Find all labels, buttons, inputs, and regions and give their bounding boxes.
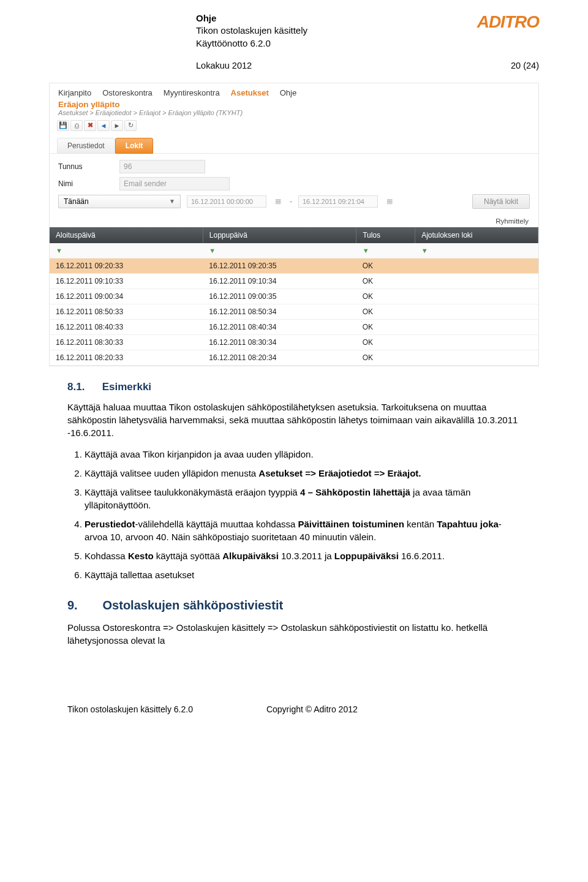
menu-asetukset[interactable]: Asetukset (231, 88, 269, 97)
date-dash: - (290, 197, 292, 206)
table-cell: 16.12.2011 09:00:35 (203, 288, 356, 304)
col-ajotuloksen-loki[interactable]: Ajotuloksen loki (415, 227, 538, 243)
menu-myyntireskontra[interactable]: Myyntireskontra (164, 88, 220, 97)
table-cell (415, 273, 538, 288)
table-row[interactable]: 16.12.2011 09:10:3316.12.2011 09:10:34OK (50, 273, 538, 288)
doc-date: Lokakuu 2012 (196, 61, 252, 70)
date-range-controls: Tänään ▼ 16.12.2011 00:00:00 ▦ - 16.12.2… (58, 194, 530, 209)
table-cell: 16.12.2011 08:50:33 (50, 304, 203, 319)
doc-type: Ohje (196, 12, 307, 24)
nimi-label: Nimi (58, 179, 113, 188)
col-aloituspaiva[interactable]: Aloituspäivä (50, 227, 203, 243)
menu-kirjanpito[interactable]: Kirjanpito (58, 88, 91, 97)
table-cell: 16.12.2011 09:10:34 (203, 273, 356, 288)
filter-icon[interactable]: ▼ (56, 247, 62, 254)
filter-icon[interactable]: ▼ (209, 247, 216, 254)
table-row[interactable]: 16.12.2011 09:00:3416.12.2011 09:00:35OK (50, 288, 538, 304)
table-row[interactable]: 16.12.2011 08:40:3316.12.2011 08:40:34OK (50, 319, 538, 334)
document-body: 8.1. Esimerkki Käyttäjä haluaa muuttaa T… (0, 381, 588, 680)
table-cell: OK (356, 304, 415, 319)
page-header: Ohje Tikon ostolaskujen käsittely Käyttö… (0, 0, 588, 50)
tab-perustiedot[interactable]: Perustiedot (57, 138, 115, 154)
table-cell (415, 288, 538, 304)
range-select-value: Tänään (64, 197, 89, 206)
header-left: Ohje Tikon ostolaskujen käsittely Käyttö… (196, 12, 307, 50)
toolbar-delete-icon[interactable]: ✖ (84, 120, 96, 131)
app-menu: Kirjanpito Ostoreskontra Myyntireskontra… (50, 83, 538, 100)
calendar-icon[interactable]: ▦ (273, 195, 284, 208)
step-item: Perustiedot-välilehdellä käyttäjä muutta… (85, 518, 521, 543)
grouping-label: Ryhmittely (50, 216, 538, 227)
table-filter-row: ▼ ▼ ▼ ▼ (50, 243, 538, 258)
date-to-field[interactable]: 16.12.2011 09:21:04 (298, 195, 378, 208)
doc-subtitle1: Tikon ostolaskujen käsittely (196, 24, 307, 37)
menu-ohje[interactable]: Ohje (280, 88, 296, 97)
filter-icon[interactable]: ▼ (363, 247, 369, 254)
table-cell: OK (356, 258, 415, 273)
nimi-field: Email sender (119, 177, 230, 190)
section-9-body: Polussa Ostoreskontra => Ostolaskujen kä… (67, 621, 521, 647)
table-cell (415, 334, 538, 350)
toolbar-forward-icon[interactable]: ► (111, 120, 123, 131)
step-item: Kohdassa Kesto käyttäjä syöttää Alkupäiv… (85, 549, 521, 562)
menu-ostoreskontra[interactable]: Ostoreskontra (102, 88, 153, 97)
col-loppupaiva[interactable]: Loppupäivä (203, 227, 356, 243)
table-cell (415, 304, 538, 319)
section-8-1-intro: Käyttäjä haluaa muuttaa Tikon ostolaskuj… (67, 401, 521, 439)
table-cell: 16.12.2011 08:40:33 (50, 319, 203, 334)
form-area: Tunnus 96 Nimi Email sender Tänään ▼ 16.… (50, 154, 538, 216)
step-item: Käyttäjä valitsee taulukkonäkymästä eräa… (85, 486, 521, 511)
footer-right: Copyright © Aditro 2012 (266, 704, 358, 714)
log-table: Aloituspäivä Loppupäivä Tulos Ajotulokse… (50, 227, 538, 366)
section-title: Esimerkki (102, 381, 151, 393)
date-row: Lokakuu 2012 20 (24) (0, 50, 588, 74)
tab-lokit[interactable]: Lokit (115, 138, 154, 154)
footer-left: Tikon ostolaskujen käsittely 6.2.0 (67, 704, 193, 714)
tunnus-label: Tunnus (58, 162, 113, 171)
calendar-icon[interactable]: ▦ (384, 195, 395, 208)
toolbar: 💾 ⎙ ✖ ◄ ► ↻ (50, 120, 538, 135)
show-logs-button[interactable]: Näytä lokit (472, 194, 530, 209)
app-screenshot: Kirjanpito Ostoreskontra Myyntireskontra… (49, 83, 539, 366)
step-item: Käyttäjä tallettaa asetukset (85, 568, 521, 581)
toolbar-refresh-icon[interactable]: ↻ (124, 120, 137, 131)
table-cell: 16.12.2011 08:40:34 (203, 319, 356, 334)
table-cell: 16.12.2011 09:20:35 (203, 258, 356, 273)
table-cell: 16.12.2011 09:00:34 (50, 288, 203, 304)
table-row[interactable]: 16.12.2011 09:20:3316.12.2011 09:20:35OK (50, 258, 538, 273)
breadcrumb: Asetukset > Eräajotiedot > Eräajot > Erä… (50, 109, 538, 120)
filter-icon[interactable]: ▼ (421, 247, 428, 254)
aditro-logo: ADITRO (477, 12, 539, 32)
step-item: Käyttäjä valitsee uuden ylläpidon menust… (85, 467, 521, 480)
table-cell: 16.12.2011 09:20:33 (50, 258, 203, 273)
table-cell: OK (356, 350, 415, 365)
section-9-heading: 9. Ostolaskujen sähköpostiviestit (67, 598, 521, 612)
section-number: 8.1. (67, 381, 99, 393)
table-cell: 16.12.2011 08:30:33 (50, 334, 203, 350)
table-row[interactable]: 16.12.2011 08:50:3316.12.2011 08:50:34OK (50, 304, 538, 319)
steps-list: Käyttäjä avaa Tikon kirjanpidon ja avaa … (67, 448, 521, 581)
table-cell (415, 258, 538, 273)
table-cell: 16.12.2011 08:20:34 (203, 350, 356, 365)
step-item: Käyttäjä avaa Tikon kirjanpidon ja avaa … (85, 448, 521, 461)
table-cell: OK (356, 334, 415, 350)
table-row[interactable]: 16.12.2011 08:30:3316.12.2011 08:30:34OK (50, 334, 538, 350)
toolbar-save-icon[interactable]: 💾 (57, 120, 69, 131)
table-cell: OK (356, 273, 415, 288)
table-cell (415, 350, 538, 365)
page-footer: Tikon ostolaskujen käsittely 6.2.0 Copyr… (0, 680, 588, 733)
table-cell: 16.12.2011 08:30:34 (203, 334, 356, 350)
table-row[interactable]: 16.12.2011 08:20:3316.12.2011 08:20:34OK (50, 350, 538, 365)
range-select[interactable]: Tänään ▼ (58, 195, 181, 208)
table-header-row: Aloituspäivä Loppupäivä Tulos Ajotulokse… (50, 227, 538, 243)
chevron-down-icon: ▼ (169, 198, 175, 205)
section-number: 9. (67, 598, 99, 612)
date-from-field[interactable]: 16.12.2011 00:00:00 (187, 195, 266, 208)
toolbar-back-icon[interactable]: ◄ (97, 120, 110, 131)
section-8-1-heading: 8.1. Esimerkki (67, 381, 521, 393)
table-cell (415, 319, 538, 334)
doc-subtitle2: Käyttöönotto 6.2.0 (196, 37, 307, 50)
page-number: 20 (24) (511, 61, 539, 70)
toolbar-print-icon[interactable]: ⎙ (70, 120, 83, 131)
col-tulos[interactable]: Tulos (356, 227, 415, 243)
